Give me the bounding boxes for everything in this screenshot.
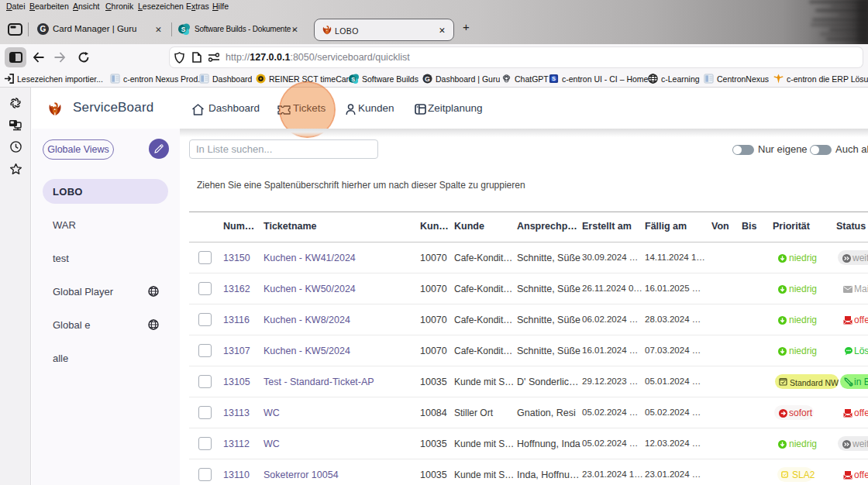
svg-text:S: S bbox=[552, 75, 556, 82]
svg-text:G: G bbox=[425, 75, 430, 83]
svg-text:S: S bbox=[351, 76, 355, 83]
svg-text:G: G bbox=[40, 25, 46, 33]
svg-text:S: S bbox=[181, 26, 186, 33]
